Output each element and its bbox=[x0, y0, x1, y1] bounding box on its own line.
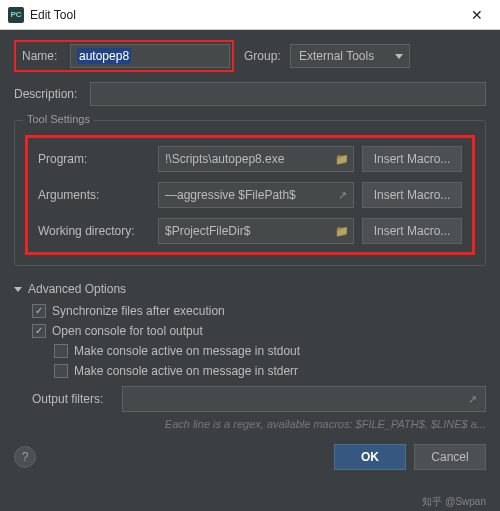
sync-checkbox[interactable] bbox=[32, 304, 46, 318]
sync-label: Synchronize files after execution bbox=[52, 304, 225, 318]
advanced-body: Synchronize files after execution Open c… bbox=[14, 304, 486, 430]
name-label: Name: bbox=[22, 49, 62, 63]
stdout-label: Make console active on message in stdout bbox=[74, 344, 300, 358]
program-label: Program: bbox=[38, 152, 150, 166]
console-checkbox[interactable] bbox=[32, 324, 46, 338]
cancel-button[interactable]: Cancel bbox=[414, 444, 486, 470]
tool-settings-highlight: Program: !\Scripts\autopep8.exe 📁 Insert… bbox=[25, 135, 475, 255]
console-label: Open console for tool output bbox=[52, 324, 203, 338]
advanced-header-label: Advanced Options bbox=[28, 282, 126, 296]
stderr-label: Make console active on message in stderr bbox=[74, 364, 298, 378]
output-filters-label: Output filters: bbox=[32, 392, 114, 406]
workdir-value: $ProjectFileDir$ bbox=[165, 224, 331, 238]
name-highlight: Name: autopep8 bbox=[14, 40, 234, 72]
group-label: Group: bbox=[244, 49, 284, 63]
program-value: !\Scripts\autopep8.exe bbox=[165, 152, 331, 166]
app-icon: PC bbox=[8, 7, 24, 23]
expand-icon[interactable]: ↗ bbox=[465, 393, 479, 406]
stdout-checkbox[interactable] bbox=[54, 344, 68, 358]
insert-macro-program-button[interactable]: Insert Macro... bbox=[362, 146, 462, 172]
name-value: autopep8 bbox=[77, 48, 131, 64]
workdir-input[interactable]: $ProjectFileDir$ 📁 bbox=[158, 218, 354, 244]
folder-icon[interactable]: 📁 bbox=[335, 225, 349, 238]
ok-button[interactable]: OK bbox=[334, 444, 406, 470]
arguments-value: —aggressive $FilePath$ bbox=[165, 188, 331, 202]
close-icon[interactable]: ✕ bbox=[462, 7, 492, 23]
insert-macro-arguments-button[interactable]: Insert Macro... bbox=[362, 182, 462, 208]
program-input[interactable]: !\Scripts\autopep8.exe 📁 bbox=[158, 146, 354, 172]
folder-icon[interactable]: 📁 bbox=[335, 153, 349, 166]
arguments-label: Arguments: bbox=[38, 188, 150, 202]
group-select[interactable]: External Tools bbox=[290, 44, 410, 68]
help-button[interactable]: ? bbox=[14, 446, 36, 468]
description-input[interactable] bbox=[90, 82, 486, 106]
name-input[interactable]: autopep8 bbox=[70, 44, 230, 68]
chevron-down-icon bbox=[14, 287, 22, 292]
titlebar: PC Edit Tool ✕ bbox=[0, 0, 500, 30]
group-value: External Tools bbox=[299, 49, 374, 63]
insert-macro-workdir-button[interactable]: Insert Macro... bbox=[362, 218, 462, 244]
arguments-input[interactable]: —aggressive $FilePath$ ↗ bbox=[158, 182, 354, 208]
chevron-down-icon bbox=[395, 54, 403, 59]
window-title: Edit Tool bbox=[30, 8, 462, 22]
stderr-checkbox[interactable] bbox=[54, 364, 68, 378]
tool-settings-section: Tool Settings Program: !\Scripts\autopep… bbox=[14, 120, 486, 266]
filters-hint: Each line is a regex, available macros: … bbox=[32, 418, 486, 430]
advanced-options-toggle[interactable]: Advanced Options bbox=[14, 282, 486, 296]
description-label: Description: bbox=[14, 87, 84, 101]
watermark: 知乎 @Swpan bbox=[422, 495, 486, 509]
expand-icon[interactable]: ↗ bbox=[335, 189, 349, 202]
workdir-label: Working directory: bbox=[38, 224, 150, 238]
output-filters-input[interactable]: ↗ bbox=[122, 386, 486, 412]
section-legend: Tool Settings bbox=[23, 113, 94, 125]
